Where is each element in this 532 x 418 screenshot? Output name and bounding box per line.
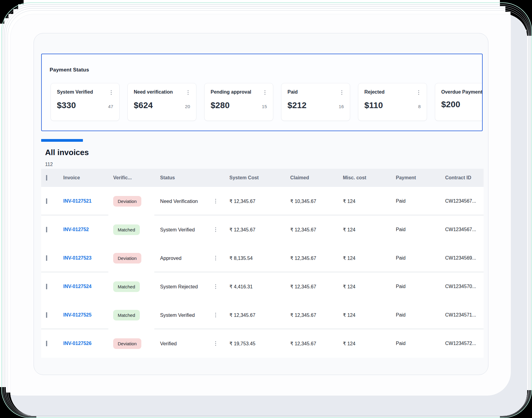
system-cost-value: ₹ 4,416.31: [229, 284, 289, 290]
contract-id-value: CW1234569...: [445, 255, 483, 261]
verification-badge: Matched: [113, 281, 140, 292]
misc-cost-value: ₹ 124: [343, 198, 396, 204]
status-text: System Rejected: [160, 284, 198, 289]
invoice-link[interactable]: INV-0127521: [63, 198, 91, 204]
payment-value: Paid: [396, 341, 445, 346]
claimed-value: ₹ 12,345.67: [289, 341, 343, 347]
card-label: Paid: [287, 89, 298, 95]
verification-badge: Deviation: [113, 196, 141, 207]
misc-cost-value: ₹ 124: [343, 284, 396, 290]
row-checkbox[interactable]: [46, 312, 47, 318]
payment-status-cards: System Verified $330 47 Need verificatio…: [51, 83, 483, 121]
misc-cost-value: ₹ 124: [343, 227, 396, 233]
card-count: 20: [185, 104, 190, 110]
kebab-menu-icon[interactable]: [214, 198, 218, 204]
status-card-need-verification[interactable]: Need verification $624 20: [127, 83, 196, 121]
system-cost-value: ₹ 19,753.45: [229, 341, 289, 347]
claimed-value: ₹ 12,345.67: [289, 255, 343, 261]
kebab-menu-icon[interactable]: [417, 89, 421, 96]
kebab-menu-icon[interactable]: [263, 89, 267, 96]
contract-id-value: CW1234572...: [445, 341, 483, 346]
card-amount: $280: [211, 101, 230, 110]
table-row[interactable]: INV-0127521 Deviation Need Verification …: [41, 187, 484, 215]
misc-cost-value: ₹ 124: [343, 255, 396, 261]
status-card-system-verified[interactable]: System Verified $330 47: [51, 83, 120, 121]
system-cost-value: ₹ 12,345.67: [229, 198, 289, 204]
row-checkbox[interactable]: [46, 198, 47, 204]
row-checkbox[interactable]: [46, 284, 47, 289]
claimed-value: ₹ 12,345.67: [289, 227, 343, 233]
status-card-rejected[interactable]: Rejected $110 8: [358, 83, 427, 121]
status-card-overdue-payment[interactable]: Overdue Payment $200: [435, 83, 483, 121]
card-amount: $110: [364, 101, 383, 110]
active-tab-indicator: [41, 139, 83, 142]
card-amount: $212: [287, 101, 307, 110]
table-row[interactable]: INV-0127524 Matched System Rejected ₹ 4,…: [41, 272, 484, 301]
invoice-count: 112: [45, 162, 53, 167]
card-amount: $330: [57, 101, 76, 110]
payment-value: Paid: [396, 284, 445, 289]
contract-id-value: CW1234571...: [445, 312, 483, 318]
misc-cost-value: ₹ 124: [343, 312, 396, 318]
system-cost-value: ₹ 8,135.54: [229, 255, 289, 261]
verification-badge: Deviation: [113, 253, 141, 264]
table-row[interactable]: INV-0127525 Matched System Verified ₹ 12…: [41, 301, 484, 329]
invoice-link[interactable]: INV-0127526: [63, 341, 91, 346]
kebab-menu-icon[interactable]: [214, 284, 218, 290]
payment-status-section: Payment Status System Verified $330 47 N…: [41, 54, 483, 131]
invoice-link[interactable]: INV-012752: [63, 227, 89, 232]
table-row[interactable]: INV-0127523 Deviation Approved ₹ 8,135.5…: [41, 244, 484, 272]
row-checkbox[interactable]: [46, 255, 47, 261]
status-text: Verified: [160, 341, 177, 346]
payment-value: Paid: [396, 255, 445, 261]
column-header-claimed: Claimed: [289, 175, 343, 181]
row-checkbox[interactable]: [46, 227, 47, 232]
table-header-row: Invoice Verific... Status System Cost Cl…: [41, 169, 484, 187]
card-label: Rejected: [364, 89, 385, 95]
invoice-link[interactable]: INV-0127524: [63, 284, 91, 289]
card-count: 16: [339, 104, 344, 110]
kebab-menu-icon[interactable]: [340, 89, 344, 96]
kebab-menu-icon[interactable]: [214, 255, 218, 261]
column-header-invoice: Invoice: [57, 175, 107, 181]
status-card-pending-approval[interactable]: Pending approval $280 15: [204, 83, 273, 121]
card-count: 15: [262, 104, 267, 110]
card-label: Need verification: [134, 89, 173, 95]
status-text: Approved: [160, 255, 182, 261]
payment-value: Paid: [396, 227, 445, 232]
select-all-checkbox[interactable]: [46, 175, 47, 181]
column-header-contract-id: Contract ID: [445, 175, 483, 181]
row-checkbox[interactable]: [46, 341, 47, 346]
column-header-system-cost: System Cost: [229, 175, 289, 181]
card-amount: $200: [441, 100, 460, 109]
verification-badge: Matched: [113, 310, 140, 320]
kebab-menu-icon[interactable]: [186, 89, 190, 96]
misc-cost-value: ₹ 124: [343, 341, 396, 347]
kebab-menu-icon[interactable]: [109, 89, 113, 96]
status-text: Need Verification: [160, 198, 198, 204]
contract-id-value: CW1234570...: [445, 284, 483, 289]
table-row[interactable]: INV-012752 Matched System Verified ₹ 12,…: [41, 215, 484, 244]
card-count: 47: [108, 104, 113, 110]
card-amount: $624: [134, 101, 153, 110]
app-panel: Payment Status System Verified $330 47 N…: [34, 33, 488, 375]
table-row[interactable]: INV-0127526 Deviation Verified ₹ 19,753.…: [41, 329, 484, 358]
kebab-menu-icon[interactable]: [214, 227, 218, 233]
claimed-value: ₹ 12,345.67: [289, 312, 343, 318]
contract-id-value: CW1234567...: [445, 227, 483, 232]
payment-status-title: Payment Status: [50, 67, 89, 73]
claimed-value: ₹ 12,345.67: [289, 284, 343, 290]
invoice-link[interactable]: INV-0127525: [63, 312, 91, 317]
claimed-value: ₹ 10,345.67: [289, 198, 343, 204]
page-title: All invoices: [45, 148, 89, 157]
column-header-verification: Verific...: [107, 175, 154, 181]
status-text: System Verified: [160, 227, 195, 232]
status-card-paid[interactable]: Paid $212 16: [281, 83, 350, 121]
payment-value: Paid: [396, 312, 445, 318]
kebab-menu-icon[interactable]: [214, 312, 218, 318]
card-label: Overdue Payment: [441, 89, 482, 95]
invoices-table: Invoice Verific... Status System Cost Cl…: [41, 169, 484, 358]
invoice-link[interactable]: INV-0127523: [63, 255, 91, 260]
kebab-menu-icon[interactable]: [214, 341, 218, 347]
column-header-misc-cost: Misc. cost: [343, 175, 396, 181]
